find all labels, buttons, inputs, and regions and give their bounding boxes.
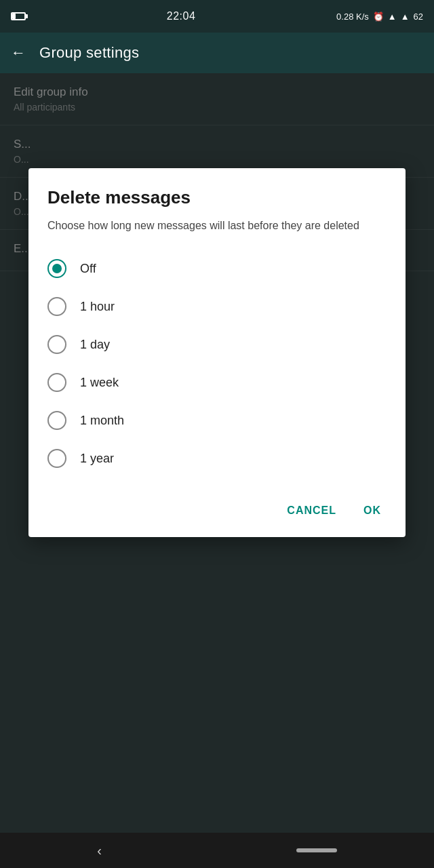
dialog-buttons: CANCEL OK bbox=[47, 491, 387, 524]
radio-label-1hour: 1 hour bbox=[80, 300, 115, 314]
radio-option-1year[interactable]: 1 year bbox=[47, 439, 387, 477]
status-indicators: 0.28 K/s ⏰ ▲ ▲ 62 bbox=[336, 12, 423, 22]
battery-percent: 62 bbox=[414, 12, 423, 22]
radio-option-1hour[interactable]: 1 hour bbox=[47, 288, 387, 326]
dialog-overlay: Delete messages Choose how long new mess… bbox=[0, 73, 434, 868]
radio-circle-1month bbox=[47, 411, 66, 430]
alarm-icon: ⏰ bbox=[373, 12, 384, 22]
app-bar: ← Group settings bbox=[0, 33, 434, 73]
dialog-subtitle: Choose how long new messages will last b… bbox=[47, 218, 387, 233]
dialog-title: Delete messages bbox=[47, 187, 387, 208]
background-content: Edit group info All participants S... O.… bbox=[0, 73, 434, 868]
battery-container bbox=[11, 12, 26, 20]
radio-label-1week: 1 week bbox=[80, 376, 119, 390]
delete-messages-dialog: Delete messages Choose how long new mess… bbox=[28, 168, 406, 537]
speed-indicator: 0.28 K/s bbox=[336, 12, 369, 22]
signal-icon: ▲ bbox=[401, 12, 410, 22]
radio-option-1month[interactable]: 1 month bbox=[47, 401, 387, 439]
radio-label-off: Off bbox=[80, 262, 96, 276]
radio-circle-1year bbox=[47, 449, 66, 468]
radio-label-1day: 1 day bbox=[80, 338, 110, 352]
radio-circle-1week bbox=[47, 373, 66, 392]
app-bar-title: Group settings bbox=[39, 44, 139, 62]
nav-back-icon[interactable]: ‹ bbox=[97, 843, 102, 859]
radio-option-1week[interactable]: 1 week bbox=[47, 363, 387, 401]
battery-icon bbox=[11, 12, 26, 20]
status-time: 22:04 bbox=[167, 10, 196, 22]
status-bar: 22:04 0.28 K/s ⏰ ▲ ▲ 62 bbox=[0, 0, 434, 33]
wifi-icon: ▲ bbox=[388, 12, 397, 22]
radio-label-1month: 1 month bbox=[80, 414, 124, 428]
cancel-button[interactable]: CANCEL bbox=[281, 498, 342, 524]
nav-bar: ‹ bbox=[0, 833, 434, 868]
nav-home-pill[interactable] bbox=[296, 848, 337, 852]
radio-circle-off bbox=[47, 259, 66, 278]
back-button[interactable]: ← bbox=[11, 44, 26, 62]
radio-label-1year: 1 year bbox=[80, 452, 114, 466]
radio-option-off[interactable]: Off bbox=[47, 250, 387, 288]
radio-circle-1day bbox=[47, 335, 66, 354]
radio-option-1day[interactable]: 1 day bbox=[47, 326, 387, 363]
radio-circle-1hour bbox=[47, 297, 66, 316]
ok-button[interactable]: OK bbox=[358, 498, 387, 524]
